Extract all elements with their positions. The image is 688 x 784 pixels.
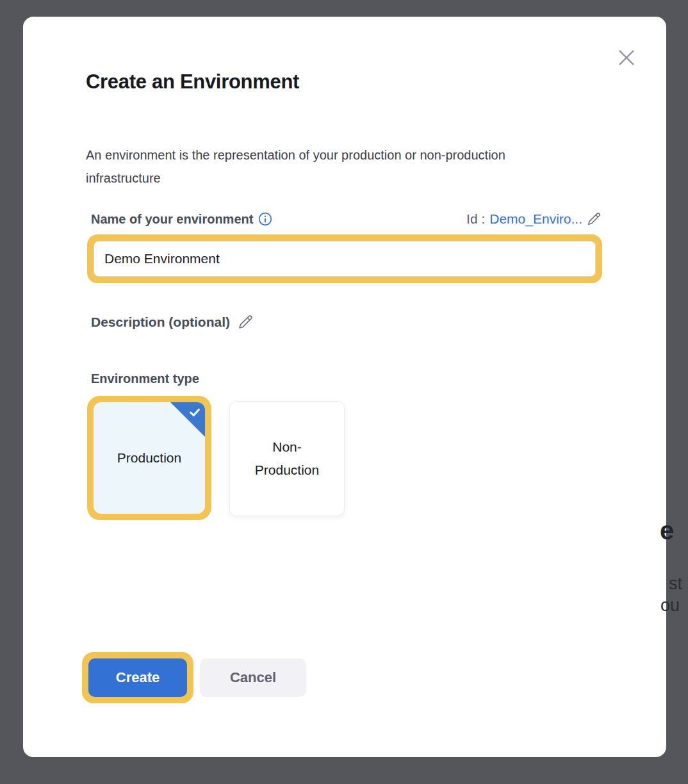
id-edit-pencil-icon[interactable] [587,211,602,227]
info-icon[interactable] [258,212,272,226]
name-field-header: Name of your environment Id : Demo_Envir… [91,211,602,227]
tutorial-highlight-create-button: Create [82,652,193,703]
tutorial-highlight-production-card: Production [87,396,211,520]
description-edit-pencil-icon[interactable] [238,314,254,331]
id-prefix: Id : [466,211,485,227]
environment-type-label: Environment type [91,372,199,386]
description-label-text: Description (optional) [91,314,230,330]
selected-corner-badge [170,402,205,437]
create-environment-modal: Create an Environment An environment is … [23,17,666,757]
id-link[interactable]: Demo_Enviro... [489,211,582,227]
description-field-label: Description (optional) [91,314,254,331]
screen: Create an Environment An environment is … [0,0,688,784]
environment-type-production-card[interactable]: Production [94,402,205,514]
environment-id: Id : Demo_Enviro... [466,211,602,227]
non-production-card-label: Non-Production [242,436,332,482]
modal-title: Create an Environment [86,70,299,94]
clipped-tooltip-text-fragment-1: st [669,574,682,594]
name-field-label: Name of your environment [91,212,272,227]
check-icon [188,405,202,420]
production-card-label: Production [104,446,194,470]
modal-description: An environment is the representation of … [86,143,528,190]
environment-name-input[interactable] [94,241,596,277]
close-button[interactable] [612,44,641,72]
environment-type-non-production-card[interactable]: Non-Production [229,401,345,516]
tutorial-highlight-name-input [87,234,602,283]
close-icon [616,47,637,68]
name-field-label-text: Name of your environment [91,212,253,227]
create-button[interactable]: Create [88,658,187,697]
cancel-button[interactable]: Cancel [200,658,306,697]
